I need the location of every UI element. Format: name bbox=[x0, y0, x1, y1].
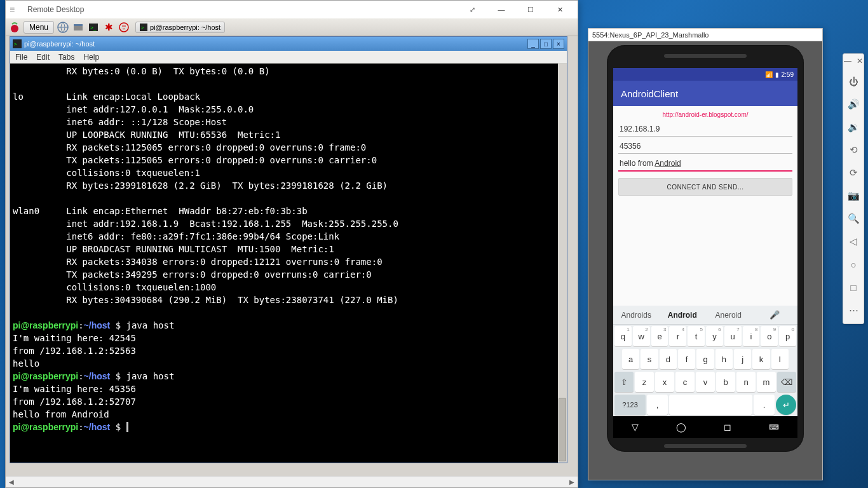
camera-icon[interactable]: 📷 bbox=[844, 185, 862, 207]
taskbar-task-terminal[interactable]: > pi@raspberrypi: ~/host bbox=[135, 22, 225, 33]
rotate-right-icon[interactable]: ⟳ bbox=[844, 162, 862, 184]
hamburger-icon[interactable]: ≡ bbox=[10, 4, 22, 15]
nav-recent-icon[interactable]: ◻ bbox=[724, 422, 731, 432]
key-i[interactable]: i8 bbox=[743, 326, 760, 346]
keyboard-row-4: ?123 , . ↵ bbox=[613, 393, 797, 416]
soft-keyboard: Androids Android Aneroid 🎤 q1w2e3r4t5y6u… bbox=[613, 306, 797, 416]
menu-edit[interactable]: Edit bbox=[36, 53, 50, 62]
nav-home-icon[interactable]: ◯ bbox=[676, 422, 686, 432]
terminal-body[interactable]: RX bytes:0 (0.0 B) TX bytes:0 (0.0 B) lo… bbox=[10, 64, 567, 463]
signal-icon: 📶 bbox=[765, 71, 773, 78]
terminal-titlebar[interactable]: > pi@raspberrypi: ~/host _ □ × bbox=[10, 37, 567, 51]
toolbar-close-icon[interactable]: ✕ bbox=[857, 57, 863, 65]
backspace-key[interactable]: ⌫ bbox=[777, 372, 796, 392]
nav-keyboard-icon[interactable]: ⌨ bbox=[769, 423, 779, 431]
key-s[interactable]: s bbox=[641, 349, 658, 369]
red-circle-icon[interactable] bbox=[118, 21, 130, 34]
term-minimize-button[interactable]: _ bbox=[527, 39, 539, 49]
terminal-scrollbar[interactable] bbox=[558, 64, 567, 463]
more-icon[interactable]: ⋯ bbox=[844, 299, 862, 321]
key-j[interactable]: j bbox=[734, 349, 751, 369]
emulator-title[interactable]: 5554:Nexus_6P_API_23_Marshmallo bbox=[588, 29, 822, 41]
message-underline: Android bbox=[654, 159, 681, 168]
message-field[interactable]: hello from Android bbox=[618, 156, 792, 172]
rd-titlebar[interactable]: ≡ Remote Desktop ⤢ — ☐ ✕ bbox=[6, 1, 578, 18]
key-w[interactable]: w2 bbox=[633, 326, 650, 346]
power-icon[interactable]: ⏻ bbox=[844, 71, 862, 92]
key-c[interactable]: c bbox=[675, 372, 695, 392]
terminal-window: > pi@raspberrypi: ~/host _ □ × File Edit… bbox=[10, 36, 567, 463]
key-x[interactable]: x bbox=[655, 372, 674, 392]
phone-speaker-bottom bbox=[664, 444, 747, 448]
files-icon[interactable] bbox=[72, 21, 85, 34]
star-icon[interactable]: ✱ bbox=[102, 21, 115, 34]
browser-icon[interactable] bbox=[57, 21, 69, 34]
mic-icon[interactable]: 🎤 bbox=[752, 310, 798, 320]
suggestion-1[interactable]: Android bbox=[660, 311, 706, 320]
rd-expand-icon[interactable]: ⤢ bbox=[458, 1, 486, 18]
key-a[interactable]: a bbox=[622, 349, 639, 369]
ip-value: 192.168.1.9 bbox=[620, 125, 660, 133]
scroll-track[interactable] bbox=[17, 477, 566, 487]
space-key[interactable] bbox=[669, 395, 752, 415]
key-p[interactable]: p0 bbox=[779, 326, 796, 346]
blog-link[interactable]: http://android-er.blogspot.com/ bbox=[618, 110, 792, 119]
menu-tabs[interactable]: Tabs bbox=[58, 53, 74, 62]
nav-back-icon[interactable]: ▽ bbox=[632, 422, 639, 432]
shift-key[interactable]: ⇧ bbox=[614, 372, 634, 392]
term-maximize-button[interactable]: □ bbox=[540, 39, 552, 49]
key-o[interactable]: o9 bbox=[761, 326, 778, 346]
key-f[interactable]: f bbox=[678, 349, 695, 369]
key-d[interactable]: d bbox=[660, 349, 677, 369]
volume-down-icon[interactable]: 🔉 bbox=[844, 116, 862, 138]
suggestion-0[interactable]: Androids bbox=[613, 311, 660, 320]
key-e[interactable]: e3 bbox=[651, 326, 668, 346]
rd-title: Remote Desktop bbox=[22, 5, 458, 14]
key-n[interactable]: n bbox=[736, 372, 756, 392]
toolbar-back-icon[interactable]: ◁ bbox=[844, 231, 862, 252]
key-t[interactable]: t5 bbox=[688, 326, 705, 346]
scroll-left-icon[interactable]: ◀ bbox=[6, 477, 17, 487]
key-l[interactable]: l bbox=[771, 349, 789, 369]
key-u[interactable]: u7 bbox=[724, 326, 742, 346]
key-g[interactable]: g bbox=[696, 349, 714, 369]
rd-horizontal-scrollbar[interactable]: ◀ ▶ bbox=[6, 476, 578, 487]
raspberry-logo-icon bbox=[8, 21, 21, 34]
menu-help[interactable]: Help bbox=[83, 53, 99, 62]
toolbar-home-icon[interactable]: ○ bbox=[844, 254, 862, 275]
rotate-left-icon[interactable]: ⟲ bbox=[844, 139, 862, 161]
term-close-button[interactable]: × bbox=[553, 39, 564, 49]
key-k[interactable]: k bbox=[752, 349, 770, 369]
phone-frame: 📶 ▮ 2:59 AndroidClient http://android-er… bbox=[607, 45, 804, 452]
key-b[interactable]: b bbox=[716, 372, 735, 392]
key-q[interactable]: q1 bbox=[614, 326, 632, 346]
task-terminal-icon: > bbox=[140, 24, 147, 31]
enter-key[interactable]: ↵ bbox=[776, 395, 796, 415]
key-m[interactable]: m bbox=[757, 372, 776, 392]
menu-file[interactable]: File bbox=[15, 53, 27, 62]
port-field[interactable]: 45356 bbox=[618, 139, 792, 154]
rd-minimize-button[interactable]: — bbox=[487, 1, 515, 18]
connect-send-button[interactable]: CONNECT AND SEND... bbox=[618, 178, 792, 196]
scrollbar-thumb[interactable] bbox=[559, 398, 566, 461]
scroll-right-icon[interactable]: ▶ bbox=[566, 477, 578, 487]
key-v[interactable]: v bbox=[696, 372, 715, 392]
zoom-icon[interactable]: 🔍 bbox=[844, 208, 862, 229]
toolbar-recent-icon[interactable]: □ bbox=[844, 276, 862, 298]
terminal-icon[interactable]: >_ bbox=[87, 21, 100, 34]
ip-field[interactable]: 192.168.1.9 bbox=[618, 122, 792, 137]
rd-close-button[interactable]: ✕ bbox=[546, 1, 574, 18]
key-y[interactable]: y6 bbox=[706, 326, 723, 346]
volume-up-icon[interactable]: 🔊 bbox=[844, 93, 862, 115]
android-navbar: ▽ ◯ ◻ ⌨ bbox=[613, 416, 797, 438]
key-r[interactable]: r4 bbox=[669, 326, 686, 346]
toolbar-minimize-icon[interactable]: — bbox=[844, 57, 851, 65]
key-h[interactable]: h bbox=[715, 349, 733, 369]
symbols-key[interactable]: ?123 bbox=[614, 395, 646, 415]
period-key[interactable]: . bbox=[754, 395, 775, 415]
key-z[interactable]: z bbox=[635, 372, 654, 392]
pi-menu-button[interactable]: Menu bbox=[24, 21, 54, 34]
rd-maximize-button[interactable]: ☐ bbox=[517, 1, 545, 18]
comma-key[interactable]: , bbox=[647, 395, 668, 415]
suggestion-2[interactable]: Aneroid bbox=[705, 311, 752, 320]
